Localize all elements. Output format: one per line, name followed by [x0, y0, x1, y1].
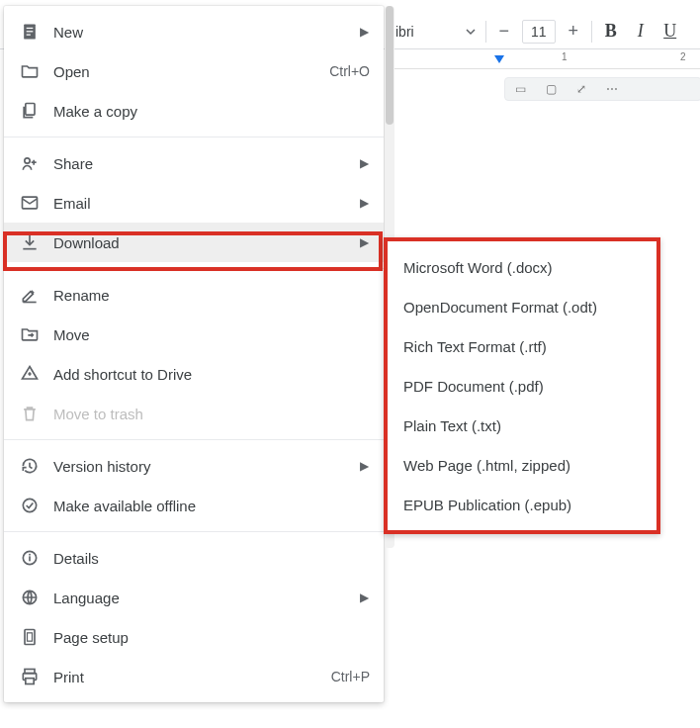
submenu-label: EPUB Publication (.epub)	[403, 497, 571, 513]
share-icon	[20, 153, 40, 173]
menu-item-open[interactable]: Open Ctrl+O	[4, 51, 384, 91]
globe-icon	[20, 588, 40, 607]
font-selector[interactable]: ibri	[395, 24, 481, 40]
divider	[4, 268, 384, 269]
svg-rect-16	[26, 679, 34, 684]
divider	[4, 439, 384, 440]
menu-item-new[interactable]: New ▶	[4, 12, 384, 51]
copy-icon	[20, 101, 40, 121]
menu-item-share[interactable]: Share ▶	[4, 143, 384, 183]
separator	[591, 21, 592, 43]
menu-label: Make available offline	[53, 498, 370, 514]
menu-label: Add shortcut to Drive	[53, 366, 370, 383]
menu-label: Rename	[53, 287, 370, 304]
submenu-arrow-icon: ▶	[360, 196, 370, 210]
move-icon	[20, 324, 40, 344]
underline-button[interactable]: U	[656, 17, 685, 46]
file-menu: New ▶ Open Ctrl+O Make a copy Share ▶ Em…	[4, 6, 384, 702]
submenu-label: Plain Text (.txt)	[403, 417, 501, 434]
submenu-item-epub[interactable]: EPUB Publication (.epub)	[388, 485, 656, 524]
menu-label: Move to trash	[53, 406, 370, 422]
font-name-label: ibri	[395, 24, 414, 40]
submenu-arrow-icon: ▶	[360, 25, 370, 39]
menu-item-add-shortcut[interactable]: Add shortcut to Drive	[4, 354, 384, 394]
submenu-arrow-icon: ▶	[360, 591, 370, 604]
font-size-group: − 11 +	[490, 19, 587, 45]
menu-label: Download	[53, 234, 346, 251]
svg-rect-3	[27, 35, 31, 36]
bold-button[interactable]: B	[596, 17, 626, 46]
document-icon	[20, 22, 40, 42]
submenu-item-docx[interactable]: Microsoft Word (.docx)	[388, 247, 656, 287]
font-size-input[interactable]: 11	[522, 20, 556, 44]
submenu-arrow-icon: ▶	[360, 156, 370, 170]
menu-label: Print	[53, 669, 317, 685]
submenu-item-pdf[interactable]: PDF Document (.pdf)	[388, 366, 656, 406]
decrease-size-button[interactable]: −	[490, 19, 518, 45]
menu-item-trash: Move to trash	[4, 394, 384, 433]
print-icon	[20, 667, 40, 686]
more-icon[interactable]: ⋯	[606, 82, 618, 96]
page-setup-icon	[20, 627, 40, 647]
svg-point-7	[23, 499, 36, 511]
divider	[4, 136, 384, 137]
submenu-label: Microsoft Word (.docx)	[403, 259, 553, 276]
download-submenu: Microsoft Word (.docx) OpenDocument Form…	[384, 237, 660, 534]
menu-item-move[interactable]: Move	[4, 315, 384, 354]
email-icon	[20, 193, 40, 213]
shortcut-label: Ctrl+O	[329, 63, 370, 79]
menu-item-make-a-copy[interactable]: Make a copy	[4, 91, 384, 131]
drive-shortcut-icon	[20, 364, 40, 384]
submenu-label: Rich Text Format (.rtf)	[403, 338, 547, 355]
submenu-label: Web Page (.html, zipped)	[403, 457, 570, 474]
divider	[4, 531, 384, 532]
scrollbar-thumb[interactable]	[386, 6, 394, 125]
submenu-item-rtf[interactable]: Rich Text Format (.rtf)	[388, 326, 656, 366]
info-icon	[20, 548, 40, 568]
indent-marker-icon[interactable]	[494, 55, 504, 63]
menu-item-offline[interactable]: Make available offline	[4, 486, 384, 525]
menu-item-details[interactable]: Details	[4, 538, 384, 578]
menu-label: Version history	[53, 458, 346, 475]
square-icon: ▢	[546, 82, 557, 96]
doc-header-strip: ▭ ▢ ⤢ ⋯	[504, 77, 700, 101]
submenu-arrow-icon: ▶	[360, 459, 370, 473]
trash-icon	[20, 404, 40, 423]
submenu-item-txt[interactable]: Plain Text (.txt)	[388, 406, 656, 445]
svg-rect-2	[27, 31, 34, 32]
menu-item-email[interactable]: Email ▶	[4, 183, 384, 223]
menu-item-language[interactable]: Language ▶	[4, 578, 384, 617]
collapse-icon: ⤢	[576, 82, 586, 96]
increase-size-button[interactable]: +	[560, 19, 587, 45]
menu-label: Email	[53, 195, 346, 212]
submenu-arrow-icon: ▶	[360, 235, 370, 249]
separator	[485, 21, 486, 43]
menu-label: Make a copy	[53, 103, 370, 120]
svg-rect-9	[29, 556, 31, 561]
menu-label: Share	[53, 155, 346, 172]
header-icon: ▭	[515, 82, 526, 96]
shortcut-label: Ctrl+P	[331, 669, 370, 684]
menu-item-rename[interactable]: Rename	[4, 275, 384, 315]
svg-rect-4	[26, 104, 35, 116]
svg-rect-13	[28, 633, 33, 641]
svg-rect-10	[29, 554, 31, 556]
submenu-item-odt[interactable]: OpenDocument Format (.odt)	[388, 287, 656, 326]
ruler: 1 2	[391, 49, 700, 69]
svg-point-5	[25, 158, 30, 163]
chevron-down-icon	[466, 27, 476, 37]
menu-item-download[interactable]: Download ▶	[4, 223, 384, 262]
menu-item-version-history[interactable]: Version history ▶	[4, 446, 384, 486]
italic-button[interactable]: I	[626, 17, 656, 46]
menu-item-page-setup[interactable]: Page setup	[4, 617, 384, 657]
menu-label: New	[53, 24, 346, 41]
download-icon	[20, 232, 40, 252]
menu-label: Language	[53, 590, 346, 606]
submenu-label: OpenDocument Format (.odt)	[403, 299, 597, 316]
submenu-item-html[interactable]: Web Page (.html, zipped)	[388, 445, 656, 485]
svg-rect-12	[25, 630, 35, 645]
menu-label: Details	[53, 550, 370, 567]
submenu-label: PDF Document (.pdf)	[403, 378, 544, 395]
folder-icon	[20, 61, 40, 81]
menu-item-print[interactable]: Print Ctrl+P	[4, 657, 384, 696]
